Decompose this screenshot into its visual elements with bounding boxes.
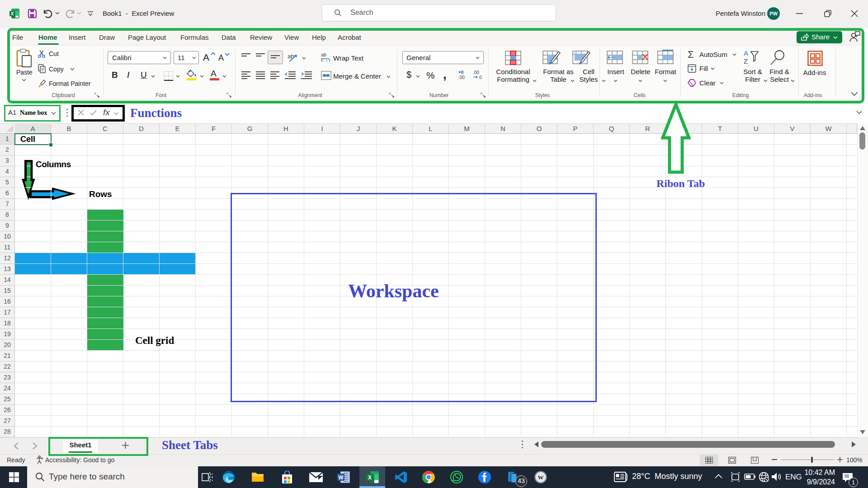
svg-text:W: W xyxy=(538,474,544,481)
svg-text:X: X xyxy=(368,474,372,481)
svg-text:W: W xyxy=(338,474,344,481)
svg-text:X: X xyxy=(11,11,14,16)
